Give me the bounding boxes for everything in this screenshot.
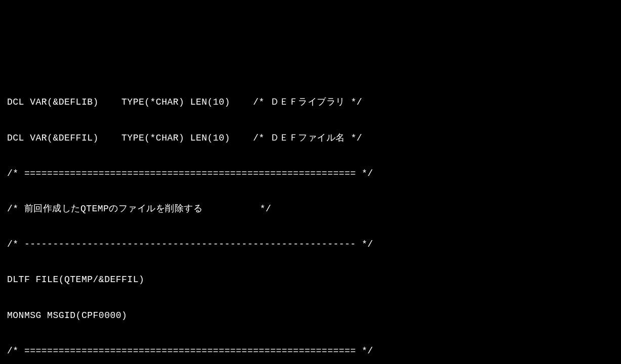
code-line: DCL VAR(&DEFFIL) TYPE(*CHAR) LEN(10) /* … xyxy=(7,129,614,147)
code-line: /* -------------------------------------… xyxy=(7,236,614,253)
code-line: /* =====================================… xyxy=(7,165,614,183)
code-line: /* =====================================… xyxy=(7,342,614,360)
code-block: DCL VAR(&DEFLIB) TYPE(*CHAR) LEN(10) /* … xyxy=(7,76,614,364)
code-line: DCL VAR(&DEFLIB) TYPE(*CHAR) LEN(10) /* … xyxy=(7,94,614,111)
code-line: MONMSG MSGID(CPF0000) xyxy=(7,307,614,325)
code-line: /* 前回作成したQTEMPのファイルを削除する */ xyxy=(7,200,614,218)
code-line: DLTF FILE(QTEMP/&DEFFIL) xyxy=(7,271,614,289)
